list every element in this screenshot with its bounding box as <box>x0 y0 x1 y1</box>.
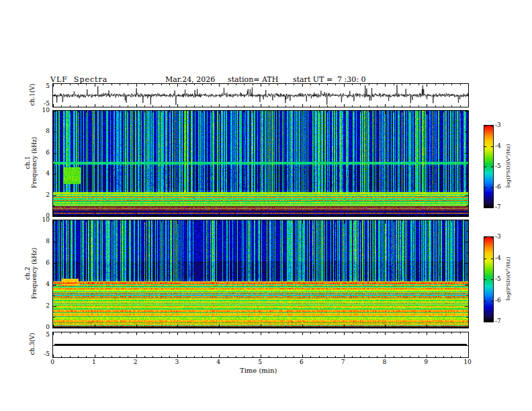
colorbar-tick-label: -4 <box>495 255 501 261</box>
ch2-spec-ylabel-line2: Frequency (kHz) <box>31 248 38 300</box>
volt-tick-label: 5 <box>34 83 50 89</box>
ch2-spec-ylabel-line1: ch.2 <box>24 248 31 300</box>
colorbar-tick-label: -4 <box>495 142 501 149</box>
time-tick-label: 10 <box>461 359 474 365</box>
time-axis-label: Time (min) <box>240 367 277 374</box>
colorbar-tick-label: -3 <box>495 233 501 240</box>
colorbar-tick-label: -7 <box>495 318 501 324</box>
time-tick-label: 1 <box>87 359 101 365</box>
time-tick-label: 3 <box>170 359 183 365</box>
colorbar-tick-label: -5 <box>495 275 501 282</box>
time-tick-label: 0 <box>46 359 59 365</box>
colorbar-tick-label: -7 <box>495 203 501 210</box>
colorbar-ch1-label: log(PSD)(V²/Hz) <box>505 144 512 187</box>
freq-tick-label: 2 <box>34 302 50 309</box>
freq-tick-label: 6 <box>34 259 50 266</box>
colorbar-ch1-label-text: log(PSD)(V²/Hz) <box>505 144 512 187</box>
freq-tick-label: 8 <box>34 238 50 244</box>
colorbar-tick-label: -6 <box>495 297 501 304</box>
freq-tick-label: 10 <box>34 216 50 223</box>
freq-tick-label: 6 <box>34 149 50 156</box>
ch1-spectrogram-canvas <box>53 111 468 216</box>
colorbar-ch1 <box>484 125 494 208</box>
ch1-spec-ylabel-line2: Frequency (kHz) <box>31 137 38 189</box>
time-tick-label: 4 <box>212 359 225 365</box>
colorbar-ch2 <box>484 236 494 322</box>
colorbar-ch1-canvas <box>484 126 493 208</box>
ch1-spec-ylabel: ch.1Frequency (kHz) <box>24 137 38 189</box>
ch1-spec-ylabel-line1: ch.1 <box>24 137 31 189</box>
freq-tick-label: 4 <box>34 281 50 287</box>
ch1-waveform-canvas <box>53 84 468 107</box>
ch2-spec-ylabel: ch.2Frequency (kHz) <box>24 248 38 300</box>
time-tick-label: 7 <box>337 359 350 365</box>
ch1-waveform-panel <box>52 83 469 107</box>
freq-tick-label: 4 <box>34 170 50 177</box>
vlf-spectra-plot: VLF Spectra Mar.24, 2026 station= ATH st… <box>0 0 532 411</box>
colorbar-tick-label: -3 <box>495 122 501 128</box>
time-tick-label: 2 <box>129 359 142 365</box>
time-tick-label: 6 <box>295 359 308 365</box>
freq-tick-label: 8 <box>34 128 50 134</box>
colorbar-ch2-canvas <box>484 237 493 322</box>
freq-tick-label: 2 <box>34 191 50 198</box>
colorbar-tick-label: -5 <box>495 163 501 169</box>
volt-tick-label: 5 <box>34 331 50 338</box>
ch3-waveform-canvas <box>53 332 468 357</box>
colorbar-tick-label: -6 <box>495 183 501 190</box>
time-tick-label: 8 <box>378 359 391 365</box>
time-tick-label: 9 <box>419 359 433 365</box>
time-tick-label: 5 <box>253 359 267 365</box>
volt-tick-label: -5 <box>34 351 50 357</box>
ch3-waveform-panel <box>52 332 469 358</box>
colorbar-ch2-label-text: log(PSD)(V²/Hz) <box>505 257 512 300</box>
volt-tick-label: -5 <box>34 100 50 107</box>
colorbar-ch2-label: log(PSD)(V²/Hz) <box>505 257 512 300</box>
ch2-spectrogram-canvas <box>53 220 468 328</box>
freq-tick-label: 10 <box>34 107 50 113</box>
ch2-spectrogram-panel <box>52 220 469 328</box>
freq-tick-label: 0 <box>34 324 50 330</box>
ch1-spectrogram-panel <box>52 110 469 217</box>
